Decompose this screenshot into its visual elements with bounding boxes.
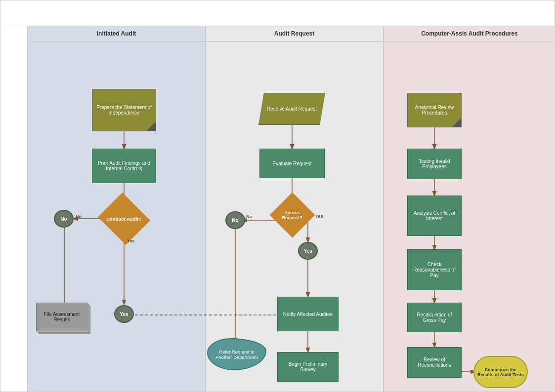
main-container: Initiated Audit Audit Request Computer-A…: [0, 0, 555, 392]
notify-auditee-node: Notify Affected Auditee: [277, 297, 339, 331]
check-reasonableness-node: Check Reasonableness of Pay: [407, 249, 462, 290]
file-assessment-node: File Assessment Results: [36, 303, 90, 332]
analytical-review-node: Analytical Review Procedures: [407, 93, 462, 127]
no-ellipse-1: No: [54, 210, 74, 228]
prior-audit-node: Prior Audit Findings and Internal Contro…: [92, 149, 156, 183]
yes-ellipse-1: Yes: [114, 305, 134, 323]
lane-computer-header: Computer-Assis Audit Procedures: [384, 26, 555, 41]
begin-preliminary-node: Begin Preliminary Survey: [277, 352, 339, 382]
diagram-area: Initiated Audit Audit Request Computer-A…: [0, 26, 555, 392]
flowchart-wrapper: Initiated Audit Audit Request Computer-A…: [0, 26, 555, 392]
yes-label-access: Yes: [315, 214, 323, 219]
lane-audit-header: Audit Request: [206, 26, 383, 41]
lane-initiated-header: Initiated Audit: [28, 26, 205, 41]
analysis-conflict-node: Analysis Conflict of Interest: [407, 196, 462, 236]
left-margin: [0, 26, 28, 392]
testing-invalid-node: Testing Invalid Employees: [407, 149, 462, 179]
review-reconciliations-node: Review of Reconciliations: [407, 347, 462, 378]
yes-label-conduct: Yes: [127, 238, 135, 243]
no-label-access: No: [246, 214, 252, 219]
no-label-conduct: No: [76, 214, 82, 219]
summarize-results-node: Summarize the Results of Audit Tests: [473, 356, 528, 388]
yes-ellipse-2: Yes: [298, 242, 318, 260]
evaluate-request-node: Evaluate Request: [259, 149, 325, 178]
prepare-statement-node: Prepare the Statement of Independence: [92, 89, 156, 131]
receive-audit-node: Receive Audit Request: [258, 93, 325, 125]
no-ellipse-2: No: [225, 211, 245, 229]
recalculation-node: Recalculation of Gross Pay: [407, 303, 462, 332]
top-bar: [0, 0, 555, 26]
